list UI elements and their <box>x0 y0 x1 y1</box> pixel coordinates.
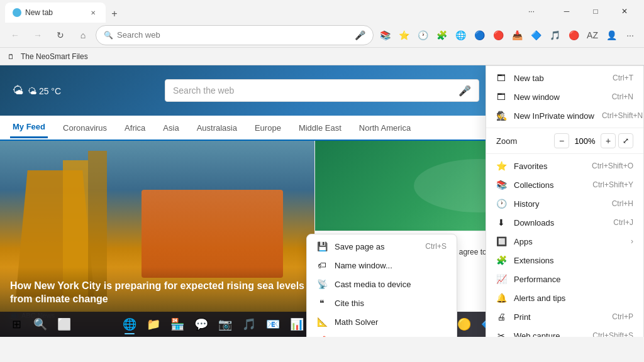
performance-menu-item[interactable]: 📈 Performance <box>486 270 643 288</box>
fav-neosmart[interactable]: The NeoSmart Files <box>17 51 92 62</box>
extension2-icon[interactable]: 🌐 <box>452 26 469 44</box>
save-page-shortcut: Ctrl+S <box>425 242 447 251</box>
edge-main-menu: 🗔 New tab Ctrl+T 🗔 New window Ctrl+N 🕵 N… <box>486 65 644 337</box>
nav-asia[interactable]: Asia <box>160 118 181 138</box>
profile-icon[interactable]: 👤 <box>602 26 620 44</box>
menu-divider-1 <box>486 128 643 128</box>
taskbar-camera[interactable]: 📷 <box>214 313 236 336</box>
tab-close-button[interactable]: ✕ <box>88 8 98 18</box>
close-button[interactable]: ✕ <box>610 1 639 21</box>
cast-media-item[interactable]: 📡 Cast media to device <box>307 275 457 293</box>
weather-icon: 🌤 <box>13 84 24 97</box>
downloads-menu-label: Downloads <box>514 218 554 228</box>
minimize-button[interactable]: ─ <box>552 1 581 21</box>
extensions-menu-icon: 🧩 <box>496 255 506 265</box>
cite-this-item[interactable]: ❝ Cite this <box>307 293 457 312</box>
alerts-menu-item[interactable]: 🔔 Alerts and tips <box>486 288 643 307</box>
alerts-menu-icon: 🔔 <box>496 293 506 303</box>
extension4-icon[interactable]: 🔴 <box>489 26 507 44</box>
new-tab-menu-item[interactable]: 🗔 New tab Ctrl+T <box>486 69 643 87</box>
taskbar-music[interactable]: 🎵 <box>238 313 260 336</box>
nav-coronavirus[interactable]: Coronavirus <box>60 118 109 138</box>
extension7-icon[interactable]: 🎵 <box>546 26 564 44</box>
nav-africa[interactable]: Africa <box>122 118 148 138</box>
more-button[interactable]: ··· <box>621 26 639 44</box>
home-button[interactable]: ⌂ <box>73 25 93 45</box>
search-button[interactable]: 🔍 <box>29 313 52 336</box>
page-content: 🌤 🌤 25 °C Search the web 🎤 My Feed Coron… <box>0 65 644 337</box>
address-input[interactable] <box>117 30 351 40</box>
address-bar[interactable]: 🔍 🎤 <box>96 25 374 45</box>
start-button[interactable]: ⊞ <box>5 313 28 336</box>
favorites-menu-icon: ⭐ <box>496 161 506 171</box>
history-icon[interactable]: 🕐 <box>414 26 431 44</box>
refresh-button[interactable]: ↻ <box>50 25 70 45</box>
nav-middleeast[interactable]: Middle East <box>296 118 344 138</box>
new-tab-button[interactable]: + <box>106 5 123 23</box>
zoom-value: 100% <box>572 136 598 146</box>
name-window-icon: 🏷 <box>317 260 327 270</box>
apps-menu-icon: 🔲 <box>496 236 506 246</box>
extensions-menu-label: Extensions <box>514 256 554 265</box>
pin-taskbar-label: Pin to taskbar <box>335 336 385 337</box>
settings-dots-button[interactable]: ··· <box>517 1 546 21</box>
nav-northamerica[interactable]: North America <box>357 118 413 138</box>
main-story[interactable]: How New York City is preparing for expec… <box>0 141 314 337</box>
name-window-item[interactable]: 🏷 Name window... <box>307 256 457 275</box>
zoom-in-button[interactable]: + <box>601 133 616 148</box>
extension8-icon[interactable]: 🔴 <box>565 26 582 44</box>
new-window-item[interactable]: 🗔 New window Ctrl+N <box>486 87 643 106</box>
math-solver-item[interactable]: 📐 Math Solver <box>307 312 457 331</box>
toolbar-right-icons: 📚 ⭐ 🕐 🧩 🌐 🔵 🔴 📥 🔷 🎵 🔴 AZ 👤 ··· <box>376 26 639 44</box>
back-button[interactable]: ← <box>5 25 25 45</box>
taskbar-explorer[interactable]: 📁 <box>142 313 165 336</box>
msn-search-bar[interactable]: Search the web 🎤 <box>165 79 479 102</box>
extension3-icon[interactable]: 🔵 <box>470 26 488 44</box>
web-capture-item[interactable]: ✂ Web capture Ctrl+Shift+S <box>486 326 643 337</box>
save-page-as-item[interactable]: 💾 Save page as Ctrl+S <box>307 237 457 256</box>
downloads-menu-item[interactable]: ⬇ Downloads Ctrl+J <box>486 213 643 232</box>
mic-icon[interactable]: 🎤 <box>355 30 365 40</box>
weather-widget: 🌤 🌤 25 °C <box>13 84 61 97</box>
history-shortcut: Ctrl+H <box>612 199 633 208</box>
history-menu-item[interactable]: 🕐 History Ctrl+H <box>486 194 643 213</box>
apps-menu-item[interactable]: 🔲 Apps › <box>486 232 643 251</box>
extension6-icon[interactable]: 🔷 <box>527 26 545 44</box>
inprivate-item[interactable]: 🕵 New InPrivate window Ctrl+Shift+N <box>486 106 643 125</box>
extensions-menu-item[interactable]: 🧩 Extensions <box>486 251 643 270</box>
save-page-label: Save page as <box>335 242 385 251</box>
extension5-icon[interactable]: 📥 <box>508 26 526 44</box>
print-menu-item[interactable]: 🖨 Print Ctrl+P <box>486 307 643 326</box>
taskbar-excel[interactable]: 📊 <box>286 313 308 336</box>
history-menu-icon: 🕐 <box>496 199 506 209</box>
taskbar-edge[interactable]: 🌐 <box>118 313 141 336</box>
cite-icon: ❝ <box>317 298 327 308</box>
favorites-menu-item[interactable]: ⭐ Favorites Ctrl+Shift+O <box>486 156 643 175</box>
math-solver-label: Math Solver <box>335 317 378 327</box>
taskbar-teams[interactable]: 💬 <box>190 313 213 336</box>
apps-arrow-icon: › <box>631 237 633 246</box>
collections-icon[interactable]: 📚 <box>376 26 394 44</box>
zoom-fullscreen-button[interactable]: ⤢ <box>618 133 633 148</box>
cast-icon: 📡 <box>317 279 327 289</box>
active-tab[interactable]: New tab ✕ <box>5 3 106 23</box>
favorites-icon[interactable]: ⭐ <box>395 26 413 44</box>
taskbar-mail[interactable]: 📧 <box>262 313 284 336</box>
pin-taskbar-icon: 📌 <box>317 336 327 337</box>
extension1-icon[interactable]: 🧩 <box>433 26 450 44</box>
nav-myfeed[interactable]: My Feed <box>10 117 48 138</box>
translate-icon[interactable]: AZ <box>584 26 601 44</box>
zoom-out-button[interactable]: − <box>554 133 569 148</box>
favorites-shortcut: Ctrl+Shift+O <box>592 162 633 170</box>
web-capture-label: Web capture <box>514 331 560 337</box>
collections-menu-item[interactable]: 📚 Collections Ctrl+Shift+Y <box>486 175 643 194</box>
performance-menu-label: Performance <box>514 275 560 284</box>
taskbar-store[interactable]: 🏪 <box>166 313 189 336</box>
cast-media-label: Cast media to device <box>335 280 411 289</box>
task-view-button[interactable]: ⬜ <box>53 313 75 336</box>
nav-australasia[interactable]: Australasia <box>194 118 240 138</box>
nav-europe[interactable]: Europe <box>252 118 284 138</box>
maximize-button[interactable]: □ <box>581 1 610 21</box>
msn-mic-icon[interactable]: 🎤 <box>458 85 471 97</box>
forward-button[interactable]: → <box>28 25 48 45</box>
